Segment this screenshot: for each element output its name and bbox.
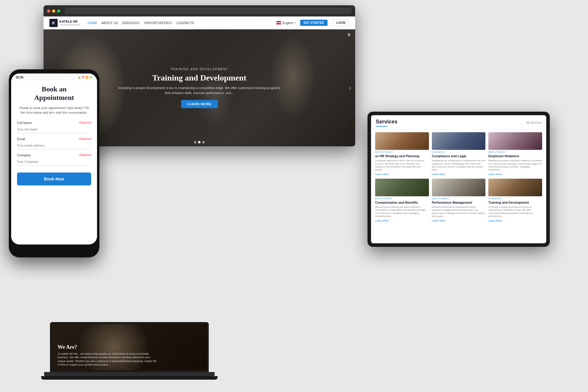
nav-language[interactable]: English ▾ [276, 21, 295, 25]
pause-icon[interactable]: ⏸ [347, 32, 351, 37]
hero-title: Training and Development [117, 73, 282, 83]
lang-label: English [282, 21, 293, 25]
tablet-screen: Services All Services RECRUITMENT ss HR … [371, 115, 546, 243]
svc-name-3: Employee Relations [488, 154, 542, 158]
logo-sub: YOUR HR SOLUTION [59, 24, 80, 26]
nav-contacts[interactable]: CONTACTS [176, 21, 194, 25]
hero-description: Investing in people development is key t… [117, 86, 282, 95]
service-img-4 [375, 179, 429, 196]
nav-home[interactable]: HOME [88, 21, 97, 25]
nav-links: HOME ABOUT US SERVICES ▾ OPPORTUNITIES ▾… [88, 21, 194, 25]
full-name-label-row: Full Name Required [17, 121, 91, 125]
laptop-bottom [41, 376, 218, 380]
book-now-button[interactable]: Book Now [17, 172, 91, 185]
service-card-2: PLANNING Compliance and Legal Navigating… [432, 132, 486, 176]
service-img-6 [488, 179, 542, 196]
site-navbar: K KATALE HR YOUR HR SOLUTION HOME ABOUT … [44, 16, 355, 29]
laptop-screen-outer: We Are? At Katale HR INC., we believe th… [50, 322, 209, 372]
svc-learn-5[interactable]: Learn More [432, 219, 486, 222]
hero-label: TRAINING AND DEVELOPMENT [117, 68, 282, 71]
svc-learn-3[interactable]: Learn More [488, 173, 542, 176]
lang-chevron-icon: ▾ [294, 21, 295, 24]
laptop-who-title: We Are? [58, 344, 158, 350]
services-chevron-icon: ▾ [139, 21, 140, 24]
tablet-device: Services All Services RECRUITMENT ss HR … [368, 112, 550, 247]
service-img-3 [488, 132, 542, 150]
dot-1[interactable] [194, 141, 196, 143]
next-slide-icon[interactable]: › [349, 85, 351, 91]
email-group: Email Required [17, 137, 91, 149]
service-img-2 [432, 132, 486, 150]
browser-chrome [44, 5, 355, 16]
svc-desc-6: Investing in people development is key t… [488, 206, 542, 218]
laptop-screen-inner: We Are? At Katale HR INC., we believe th… [52, 324, 207, 370]
mobile-status-bar: 02:50 🔒 ⏰ 📶 🔋 [11, 73, 97, 80]
svc-name-1: ss HR Strategy and Planning [375, 154, 429, 158]
mobile-screen: 02:50 🔒 ⏰ 📶 🔋 Book anAppointment Ready t… [11, 73, 97, 244]
logo-k-icon: K [49, 19, 58, 27]
tablet-services-title: Services [376, 119, 397, 125]
mobile-content: Book anAppointment Ready to book your ap… [11, 80, 97, 244]
laptop-content: We Are? At Katale HR INC., we believe th… [58, 344, 158, 367]
signal-icon: 📶 [86, 76, 88, 79]
svc-learn-6[interactable]: Learn More [488, 219, 542, 222]
nav-about[interactable]: ABOUT US [101, 21, 118, 25]
learn-more-button[interactable]: LEARN MORE [181, 100, 218, 108]
svc-learn-2[interactable]: Learn More [432, 173, 486, 176]
full-name-input[interactable] [17, 126, 91, 133]
browser-maximize[interactable] [57, 9, 60, 13]
full-name-required: Required [79, 121, 91, 124]
svc-tag-4: EMPLOYMENT [375, 197, 429, 200]
dot-3[interactable] [202, 141, 205, 143]
svc-tag-5: EMPLOYMENT [432, 197, 486, 200]
svc-name-6: Training and Development [488, 201, 542, 205]
get-started-button[interactable]: GET STARTED [300, 20, 328, 26]
login-button[interactable]: LOGIN [332, 19, 349, 26]
email-input[interactable] [17, 142, 91, 149]
service-card-4: EMPLOYMENT Compensation and Benefits Att… [375, 179, 429, 222]
mobile-subtext: Ready to book your appointment right awa… [17, 105, 91, 115]
service-card-1: RECRUITMENT ss HR Strategy and Planning … [375, 132, 429, 176]
flag-icon [276, 21, 281, 24]
svc-tag-3: EMPLOYMENT [488, 151, 542, 153]
svc-name-4: Compensation and Benefits [375, 201, 429, 205]
email-label: Email [17, 137, 25, 141]
svc-learn-4[interactable]: Learn More [375, 219, 429, 222]
service-card-3: EMPLOYMENT Employee Relations Maintainin… [488, 132, 542, 176]
dot-2[interactable] [198, 141, 201, 143]
nav-services[interactable]: SERVICES ▾ [122, 21, 140, 25]
svc-tag-2: PLANNING [432, 151, 486, 153]
svc-tag-1: RECRUITMENT [375, 151, 429, 153]
laptop-device: We Are? At Katale HR INC., we believe th… [41, 322, 218, 387]
hero-content: TRAINING AND DEVELOPMENT Training and De… [111, 68, 288, 108]
browser-close[interactable] [47, 9, 50, 13]
service-img-5 [432, 179, 486, 196]
email-label-row: Email Required [17, 137, 91, 141]
browser-minimize[interactable] [52, 9, 55, 13]
mobile-status-icons: 🔒 ⏰ 📶 🔋 [78, 76, 92, 79]
browser-address-bar[interactable] [65, 8, 352, 14]
company-input[interactable] [17, 158, 91, 165]
opportunities-chevron-icon: ▾ [171, 21, 172, 24]
lock-icon: 🔒 [78, 76, 81, 79]
services-grid: RECRUITMENT ss HR Strategy and Planning … [371, 129, 546, 225]
svc-learn-1[interactable]: Learn More [375, 173, 429, 176]
logo-name: KATALE HR [59, 20, 80, 24]
svc-desc-3: Maintaining positive employee relations … [488, 159, 542, 172]
full-name-group: Full Name Required [17, 121, 91, 133]
mobile-time: 02:50 [16, 76, 24, 79]
nav-opportunities[interactable]: OPPORTUNITIES ▾ [144, 21, 172, 25]
svc-desc-4: Attracting and retaining top talent requ… [375, 206, 429, 218]
svc-name-5: Performance Management [432, 201, 486, 205]
svc-tag-6: PLANNING [488, 197, 542, 200]
tablet-divider [376, 126, 387, 127]
logo[interactable]: K KATALE HR YOUR HR SOLUTION [49, 19, 80, 27]
svc-desc-5: Effective performance management drives … [432, 206, 486, 218]
svc-desc-2: Navigating the complexities of employmen… [432, 159, 486, 172]
company-group: Company Required [17, 153, 91, 165]
service-card-5: EMPLOYMENT Performance Management Effect… [432, 179, 486, 222]
email-required: Required [79, 137, 91, 140]
all-services-link[interactable]: All Services [526, 121, 542, 124]
company-label-row: Company Required [17, 153, 91, 157]
service-img-1 [375, 132, 429, 150]
